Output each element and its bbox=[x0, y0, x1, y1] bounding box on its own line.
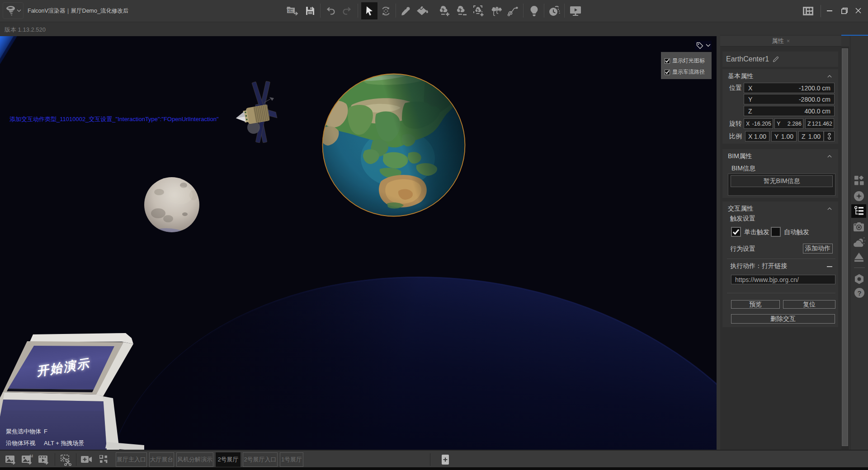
svg-text:?: ? bbox=[857, 289, 861, 297]
svg-text:EXE: EXE bbox=[288, 9, 294, 12]
